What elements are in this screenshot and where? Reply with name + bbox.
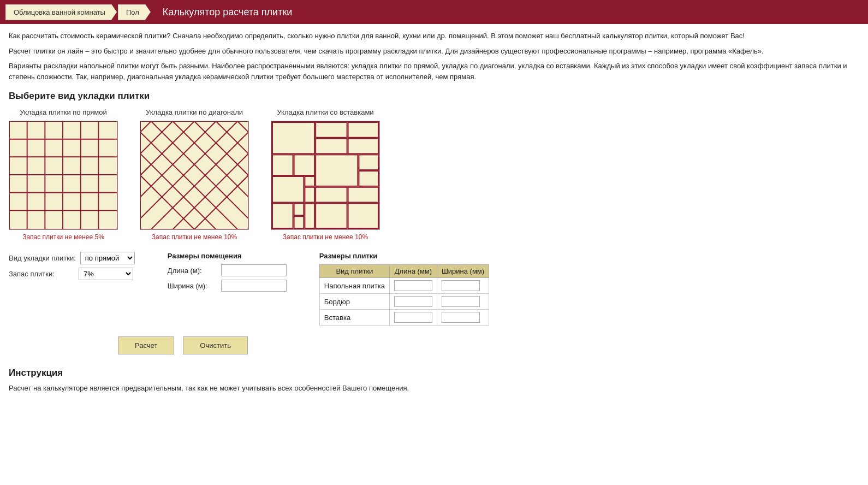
svg-rect-37 <box>294 155 315 175</box>
intro-para2: Расчет плитки он лайн – это быстро и зна… <box>9 46 859 57</box>
calc-button[interactable]: Расчет <box>118 336 174 354</box>
room-width-row: Ширина (м): <box>168 280 287 292</box>
tile-preview-inserts <box>271 121 380 230</box>
svg-rect-36 <box>272 155 293 175</box>
svg-rect-46 <box>272 203 293 228</box>
tile-floor-length-cell <box>389 278 437 294</box>
svg-rect-38 <box>316 155 358 186</box>
svg-rect-32 <box>316 122 347 138</box>
room-width-label: Ширина (м): <box>168 282 217 290</box>
reserve-label: Запас плитки: <box>9 270 74 278</box>
intro-para1: Как рассчитать стоимость керамической пл… <box>9 31 859 42</box>
table-row: Вставка <box>319 310 489 326</box>
svg-rect-44 <box>316 187 347 203</box>
clear-button[interactable]: Очистить <box>183 336 248 354</box>
svg-rect-40 <box>359 171 378 186</box>
layout-controls: Вид укладки плитки: по прямой по диагона… <box>9 252 135 326</box>
room-size-title: Размеры помещения <box>168 252 287 260</box>
main-content: Как рассчитать стоимость керамической пл… <box>0 24 868 400</box>
tile-preview-straight <box>9 121 118 230</box>
intro-para3: Варианты раскладки напольной плитки могу… <box>9 61 859 82</box>
room-length-row: Длина (м): <box>168 264 287 276</box>
room-length-input[interactable] <box>221 264 287 276</box>
table-row: Бордюр <box>319 294 489 310</box>
svg-rect-31 <box>272 122 314 153</box>
svg-rect-42 <box>305 176 314 186</box>
tile-floor-length-input[interactable] <box>394 280 432 291</box>
header: Облицовка ванной комнаты Пол Калькулятор… <box>0 0 868 24</box>
tile-option-inserts[interactable]: Укладка плитки со вставками <box>271 108 380 241</box>
tile-size-title: Размеры плитки <box>319 252 489 260</box>
svg-rect-47 <box>294 203 304 215</box>
svg-rect-48 <box>294 216 304 228</box>
svg-rect-51 <box>348 203 378 228</box>
page-title: Калькулятор расчета плитки <box>163 7 293 18</box>
tab-floor[interactable]: Пол <box>118 4 151 20</box>
tile-option-inserts-label: Укладка плитки со вставками <box>277 108 373 116</box>
select-section-title: Выберите вид укладки плитки <box>9 91 859 102</box>
tile-reserve-diagonal: Запас плитки не менее 10% <box>152 233 237 241</box>
room-width-input[interactable] <box>221 280 287 292</box>
tab-bathroom[interactable]: Облицовка ванной комнаты <box>5 4 117 20</box>
layout-type-label: Вид укладки плитки: <box>9 254 76 262</box>
tile-insert-width-cell <box>437 310 489 326</box>
bottom-form-section: Вид укладки плитки: по прямой по диагона… <box>9 252 859 326</box>
tile-size-section: Размеры плитки Вид плитки Длина (мм) Шир… <box>319 252 489 326</box>
action-buttons: Расчет Очистить <box>118 336 859 354</box>
layout-type-row: Вид укладки плитки: по прямой по диагона… <box>9 252 135 264</box>
tile-reserve-straight: Запас плитки не менее 5% <box>22 233 104 241</box>
layout-type-select[interactable]: по прямой по диагонали со вставками <box>80 252 135 264</box>
tile-floor-width-input[interactable] <box>442 280 480 291</box>
instruction-text: Расчет на калькуляторе является предвари… <box>9 383 859 394</box>
tile-border-width-input[interactable] <box>442 296 480 307</box>
col-length-header: Длина (мм) <box>389 265 437 278</box>
svg-rect-41 <box>272 176 304 203</box>
room-size-section: Размеры помещения Длина (м): Ширина (м): <box>168 252 287 326</box>
svg-rect-45 <box>348 187 378 203</box>
tile-type-insert: Вставка <box>319 310 389 326</box>
reserve-row: Запас плитки: 5% 7% 10% 15% 20% <box>9 268 135 280</box>
reserve-select[interactable]: 5% 7% 10% 15% 20% <box>79 268 133 280</box>
tile-insert-length-input[interactable] <box>394 312 432 323</box>
svg-rect-35 <box>348 139 378 154</box>
tile-reserve-inserts: Запас плитки не менее 10% <box>283 233 368 241</box>
tile-option-diagonal-label: Укладка плитки по диагонали <box>146 108 243 116</box>
svg-rect-49 <box>305 203 314 228</box>
tile-border-width-cell <box>437 294 489 310</box>
tile-floor-width-cell <box>437 278 489 294</box>
room-length-label: Длина (м): <box>168 267 217 275</box>
table-row: Напольная плитка <box>319 278 489 294</box>
svg-rect-39 <box>359 155 378 170</box>
tile-option-straight[interactable]: Укладка плитки по прямой <box>9 108 118 241</box>
svg-rect-34 <box>316 139 347 154</box>
svg-rect-33 <box>348 122 378 138</box>
tile-preview-diagonal <box>140 121 249 230</box>
instruction-section: Инструкция Расчет на калькуляторе являет… <box>9 368 859 394</box>
tile-type-floor: Напольная плитка <box>319 278 389 294</box>
tile-option-diagonal[interactable]: Укладка плитки по диагонали <box>140 108 249 241</box>
instruction-title: Инструкция <box>9 368 859 378</box>
tile-border-length-cell <box>389 294 437 310</box>
col-width-header: Ширина (мм) <box>437 265 489 278</box>
tile-border-length-input[interactable] <box>394 296 432 307</box>
tile-option-straight-label: Укладка плитки по прямой <box>20 108 107 116</box>
tile-insert-length-cell <box>389 310 437 326</box>
tile-options: Укладка плитки по прямой <box>9 108 859 241</box>
tile-type-border: Бордюр <box>319 294 389 310</box>
tile-size-table: Вид плитки Длина (мм) Ширина (мм) Наполь… <box>319 264 489 326</box>
tile-insert-width-input[interactable] <box>442 312 480 323</box>
svg-rect-50 <box>316 203 347 228</box>
col-type-header: Вид плитки <box>319 265 389 278</box>
svg-rect-43 <box>305 187 314 203</box>
